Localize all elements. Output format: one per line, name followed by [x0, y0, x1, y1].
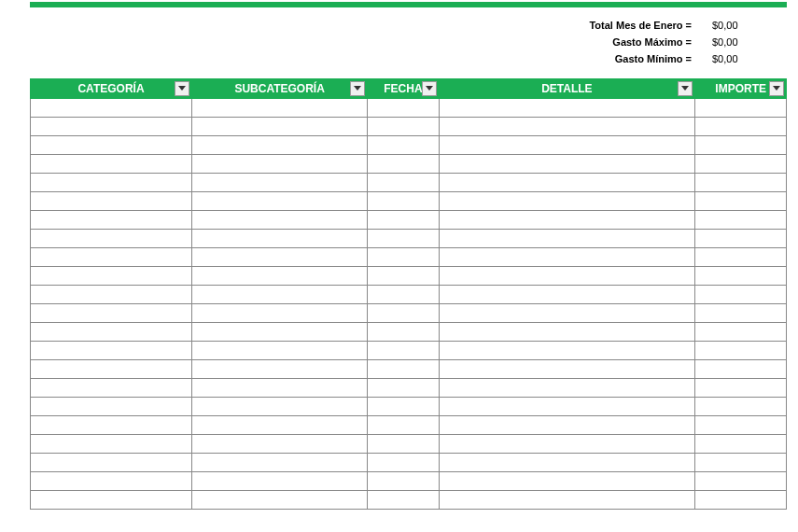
table-cell[interactable] — [31, 323, 192, 342]
table-cell[interactable] — [695, 155, 787, 174]
table-cell[interactable] — [191, 454, 367, 472]
table-cell[interactable] — [191, 416, 367, 435]
table-cell[interactable] — [368, 472, 439, 491]
table-cell[interactable] — [368, 416, 439, 435]
table-cell[interactable] — [31, 248, 192, 267]
table-cell[interactable] — [31, 342, 192, 360]
table-cell[interactable] — [695, 174, 787, 192]
table-cell[interactable] — [695, 136, 787, 155]
table-cell[interactable] — [695, 416, 787, 435]
table-cell[interactable] — [439, 360, 695, 379]
table-cell[interactable] — [695, 435, 787, 454]
table-cell[interactable] — [368, 267, 439, 286]
table-cell[interactable] — [368, 491, 439, 510]
table-cell[interactable] — [31, 304, 192, 323]
table-cell[interactable] — [695, 286, 787, 304]
table-cell[interactable] — [191, 248, 367, 267]
table-cell[interactable] — [31, 99, 192, 118]
table-cell[interactable] — [191, 379, 367, 398]
table-cell[interactable] — [368, 99, 439, 118]
table-cell[interactable] — [31, 472, 192, 491]
table-cell[interactable] — [439, 99, 695, 118]
table-cell[interactable] — [368, 155, 439, 174]
table-cell[interactable] — [31, 174, 192, 192]
table-cell[interactable] — [368, 323, 439, 342]
table-cell[interactable] — [191, 118, 367, 136]
filter-button-detalle[interactable] — [678, 81, 693, 96]
table-cell[interactable] — [31, 267, 192, 286]
table-cell[interactable] — [439, 491, 695, 510]
table-cell[interactable] — [439, 435, 695, 454]
table-cell[interactable] — [695, 342, 787, 360]
table-cell[interactable] — [191, 99, 367, 118]
table-cell[interactable] — [31, 192, 192, 211]
table-cell[interactable] — [695, 99, 787, 118]
table-cell[interactable] — [368, 248, 439, 267]
table-cell[interactable] — [31, 211, 192, 230]
table-cell[interactable] — [695, 248, 787, 267]
table-cell[interactable] — [695, 472, 787, 491]
table-cell[interactable] — [439, 454, 695, 472]
table-cell[interactable] — [368, 435, 439, 454]
table-cell[interactable] — [695, 267, 787, 286]
table-cell[interactable] — [368, 118, 439, 136]
table-cell[interactable] — [31, 136, 192, 155]
table-cell[interactable] — [31, 286, 192, 304]
table-cell[interactable] — [695, 230, 787, 248]
table-cell[interactable] — [31, 379, 192, 398]
table-cell[interactable] — [695, 118, 787, 136]
table-cell[interactable] — [368, 379, 439, 398]
table-cell[interactable] — [191, 398, 367, 416]
table-cell[interactable] — [191, 211, 367, 230]
table-cell[interactable] — [439, 304, 695, 323]
table-cell[interactable] — [31, 491, 192, 510]
table-cell[interactable] — [695, 323, 787, 342]
table-cell[interactable] — [31, 416, 192, 435]
table-cell[interactable] — [368, 192, 439, 211]
table-cell[interactable] — [191, 491, 367, 510]
table-cell[interactable] — [191, 267, 367, 286]
table-cell[interactable] — [695, 398, 787, 416]
table-cell[interactable] — [439, 267, 695, 286]
table-cell[interactable] — [695, 304, 787, 323]
table-cell[interactable] — [191, 174, 367, 192]
table-cell[interactable] — [368, 360, 439, 379]
table-cell[interactable] — [31, 155, 192, 174]
table-cell[interactable] — [368, 342, 439, 360]
table-cell[interactable] — [191, 360, 367, 379]
filter-button-categoria[interactable] — [175, 81, 189, 96]
table-cell[interactable] — [368, 174, 439, 192]
table-cell[interactable] — [439, 136, 695, 155]
table-cell[interactable] — [695, 211, 787, 230]
table-cell[interactable] — [191, 304, 367, 323]
table-cell[interactable] — [695, 360, 787, 379]
table-cell[interactable] — [31, 454, 192, 472]
table-cell[interactable] — [695, 454, 787, 472]
table-cell[interactable] — [695, 192, 787, 211]
table-cell[interactable] — [439, 379, 695, 398]
table-cell[interactable] — [439, 472, 695, 491]
table-cell[interactable] — [368, 230, 439, 248]
table-cell[interactable] — [191, 155, 367, 174]
table-cell[interactable] — [368, 398, 439, 416]
table-cell[interactable] — [31, 398, 192, 416]
table-cell[interactable] — [439, 192, 695, 211]
filter-button-subcategoria[interactable] — [350, 81, 365, 96]
table-cell[interactable] — [439, 416, 695, 435]
table-cell[interactable] — [368, 286, 439, 304]
table-cell[interactable] — [695, 379, 787, 398]
table-cell[interactable] — [191, 472, 367, 491]
table-cell[interactable] — [439, 342, 695, 360]
table-cell[interactable] — [439, 248, 695, 267]
table-cell[interactable] — [31, 118, 192, 136]
table-cell[interactable] — [191, 192, 367, 211]
table-cell[interactable] — [695, 491, 787, 510]
table-cell[interactable] — [31, 435, 192, 454]
table-cell[interactable] — [191, 230, 367, 248]
table-cell[interactable] — [439, 155, 695, 174]
table-cell[interactable] — [191, 136, 367, 155]
table-cell[interactable] — [439, 118, 695, 136]
table-cell[interactable] — [439, 398, 695, 416]
table-cell[interactable] — [439, 211, 695, 230]
table-cell[interactable] — [439, 286, 695, 304]
